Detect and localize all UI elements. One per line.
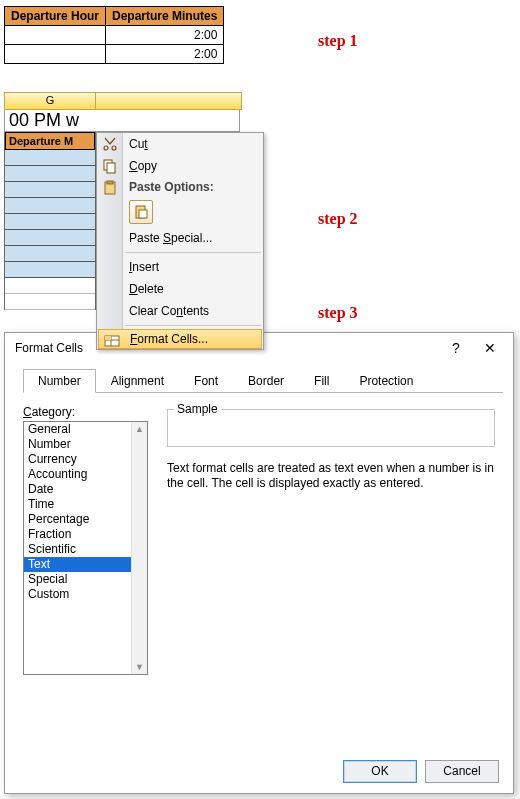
menu-item-cut[interactable]: Cut	[97, 133, 263, 155]
tab-font[interactable]: Font	[179, 369, 233, 393]
step2-area: G 00 PM w Departure M	[0, 92, 260, 310]
category-label: Category:	[23, 405, 153, 419]
step1-header-minutes: Departure Minutes	[106, 7, 224, 26]
cell[interactable]	[5, 294, 95, 310]
scissors-icon	[102, 136, 118, 152]
selected-cell[interactable]	[5, 150, 95, 166]
category-item-accounting[interactable]: Accounting	[24, 467, 147, 482]
category-item-percentage[interactable]: Percentage	[24, 512, 147, 527]
step-label-2: step 2	[318, 210, 358, 228]
step-label-3: step 3	[318, 304, 358, 322]
svg-rect-7	[105, 336, 111, 340]
step-label-1: step 1	[318, 32, 358, 50]
menu-label: Insert	[129, 260, 159, 274]
column-header-h[interactable]	[96, 92, 242, 110]
menu-label: Format Cells...	[130, 332, 208, 346]
selected-column-header: Departure M	[5, 132, 95, 150]
category-item-number[interactable]: Number	[24, 437, 147, 452]
selected-cell[interactable]	[5, 230, 95, 246]
menu-label: Clear Contents	[129, 304, 209, 318]
category-item-fraction[interactable]: Fraction	[24, 527, 147, 542]
step1-header-hour: Departure Hour	[5, 7, 106, 26]
cell[interactable]	[5, 278, 95, 294]
category-item-text[interactable]: Text	[24, 557, 147, 572]
cell[interactable]: 2:00	[106, 45, 224, 64]
scroll-down-icon[interactable]: ▼	[135, 662, 144, 672]
cell[interactable]: 2:00	[106, 26, 224, 45]
format-description: Text format cells are treated as text ev…	[167, 461, 495, 491]
menu-separator	[125, 252, 261, 253]
tab-protection[interactable]: Protection	[344, 369, 428, 393]
selected-cell[interactable]	[5, 262, 95, 278]
column-header-g[interactable]: G	[4, 92, 96, 110]
menu-separator	[125, 325, 261, 326]
tab-fill[interactable]: Fill	[299, 369, 344, 393]
svg-rect-3	[107, 181, 113, 184]
tab-alignment[interactable]: Alignment	[96, 369, 179, 393]
cancel-button[interactable]: Cancel	[425, 760, 499, 783]
selected-cell[interactable]	[5, 166, 95, 182]
menu-item-format-cells[interactable]: Format Cells...	[98, 329, 262, 349]
ok-button[interactable]: OK	[343, 760, 417, 783]
menu-header-paste-options: Paste Options:	[97, 177, 263, 197]
menu-item-copy[interactable]: Copy	[97, 155, 263, 177]
menu-item-clear-contents[interactable]: Clear Contents	[97, 300, 263, 322]
menu-label: Cut	[129, 137, 148, 151]
paste-options-row	[97, 197, 263, 227]
table-row: 2:00	[5, 26, 224, 45]
menu-label: Copy	[129, 159, 157, 173]
category-item-general[interactable]: General	[24, 422, 147, 437]
selected-cell[interactable]	[5, 214, 95, 230]
formula-bar-fragment: 00 PM w	[4, 110, 240, 132]
category-item-date[interactable]: Date	[24, 482, 147, 497]
menu-label: Delete	[129, 282, 164, 296]
dialog-button-row: OK Cancel	[343, 760, 499, 783]
cell[interactable]	[5, 26, 106, 45]
category-item-special[interactable]: Special	[24, 572, 147, 587]
selected-cell[interactable]	[5, 182, 95, 198]
tab-body-number: Category: GeneralNumberCurrencyAccountin…	[5, 393, 513, 675]
menu-item-insert[interactable]: Insert	[97, 256, 263, 278]
category-item-time[interactable]: Time	[24, 497, 147, 512]
selected-column[interactable]: Departure M	[4, 132, 96, 310]
paste-option-default[interactable]	[129, 200, 153, 224]
dialog-help-button[interactable]: ?	[439, 336, 473, 360]
dialog-close-button[interactable]: ✕	[473, 336, 507, 360]
cell[interactable]	[5, 45, 106, 64]
category-item-scientific[interactable]: Scientific	[24, 542, 147, 557]
menu-label: Paste Special...	[129, 231, 212, 245]
scroll-up-icon[interactable]: ▲	[135, 424, 144, 434]
sample-box: Sample	[167, 409, 495, 447]
category-item-custom[interactable]: Custom	[24, 587, 147, 602]
column-header-row: G	[0, 92, 260, 110]
table-row: 2:00	[5, 45, 224, 64]
tab-strip: NumberAlignmentFontBorderFillProtection	[23, 369, 503, 393]
context-menu: Cut Copy Paste Options:	[96, 132, 264, 350]
format-cells-dialog: Format Cells ? ✕ NumberAlignmentFontBord…	[4, 332, 514, 794]
tab-border[interactable]: Border	[233, 369, 299, 393]
category-item-currency[interactable]: Currency	[24, 452, 147, 467]
clipboard-paste-icon	[133, 204, 149, 220]
svg-rect-1	[107, 163, 115, 173]
selected-cell[interactable]	[5, 246, 95, 262]
menu-item-delete[interactable]: Delete	[97, 278, 263, 300]
category-listbox[interactable]: GeneralNumberCurrencyAccountingDateTimeP…	[23, 421, 148, 675]
menu-item-paste-special[interactable]: Paste Special...	[97, 227, 263, 249]
tab-number[interactable]: Number	[23, 369, 96, 393]
step1-table: Departure Hour Departure Minutes 2:00 2:…	[4, 6, 224, 64]
sample-label: Sample	[174, 402, 221, 416]
clipboard-icon	[102, 180, 118, 196]
scrollbar[interactable]: ▲ ▼	[131, 422, 147, 674]
selected-cell[interactable]	[5, 198, 95, 214]
format-cells-icon	[104, 333, 120, 349]
svg-rect-5	[139, 210, 147, 218]
copy-icon	[102, 158, 118, 174]
